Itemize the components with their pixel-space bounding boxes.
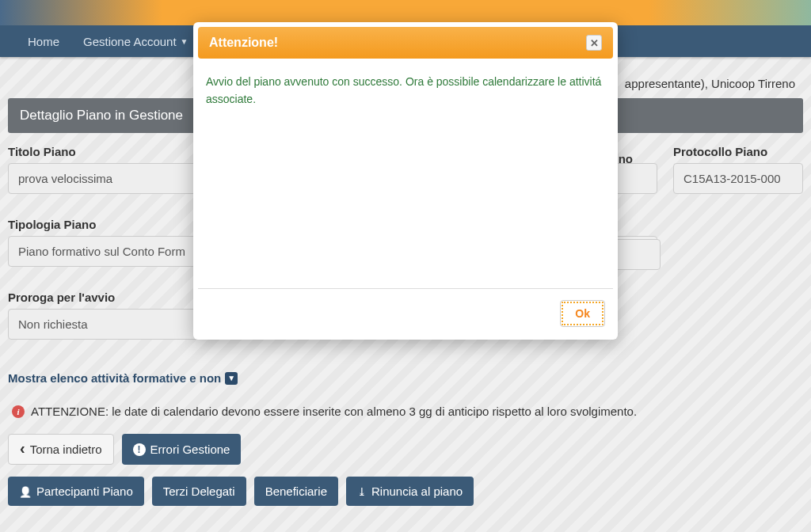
modal-header: Attenzione! ✕ [198,27,613,59]
modal-body: Avvio del piano avvenuto con successo. O… [198,59,613,288]
close-icon[interactable]: ✕ [586,35,602,51]
modal-message: Avvio del piano avvenuto con successo. O… [206,75,601,105]
modal-overlay: Attenzione! ✕ Avvio del piano avvenuto c… [0,0,811,532]
ok-button[interactable]: Ok [560,300,605,327]
modal-title: Attenzione! [209,36,278,50]
modal-footer: Ok [198,288,613,335]
attention-modal: Attenzione! ✕ Avvio del piano avvenuto c… [193,22,618,340]
